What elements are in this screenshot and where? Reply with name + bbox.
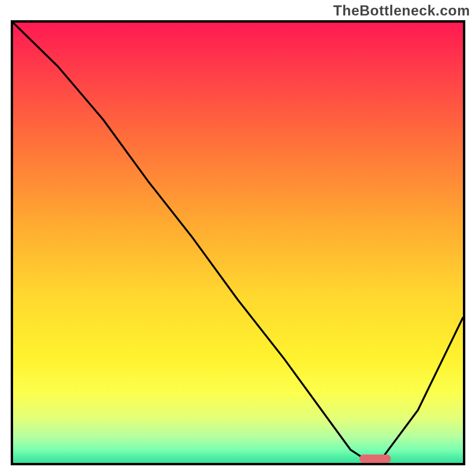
chart-frame: TheBottleneck.com	[0, 0, 476, 476]
curve-svg	[13, 23, 463, 463]
watermark-text: TheBottleneck.com	[333, 2, 470, 19]
bottleneck-curve	[13, 23, 463, 459]
minimum-marker	[359, 455, 391, 463]
plot-area	[11, 20, 465, 465]
